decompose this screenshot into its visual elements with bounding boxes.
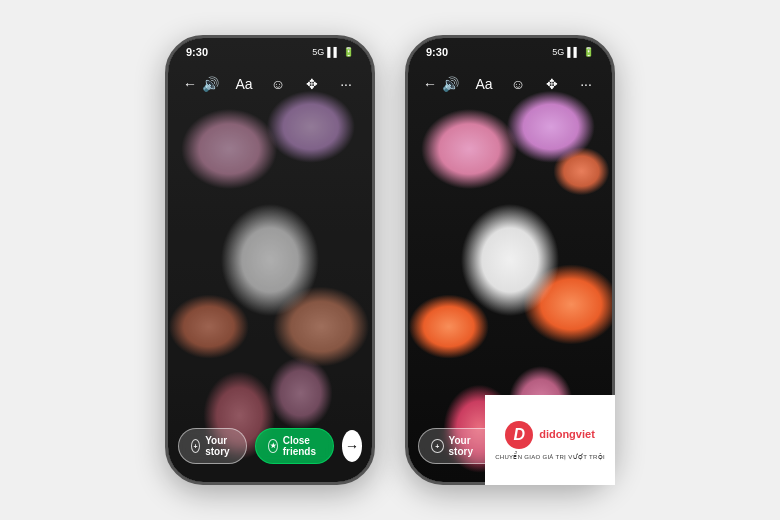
- status-time-right: 9:30: [426, 46, 448, 58]
- toolbar-right: ← 🔊 Aa ☺ ✥ ···: [408, 66, 612, 102]
- text-icon-left[interactable]: Aa: [232, 72, 256, 96]
- emoji-icon-left[interactable]: ☺: [266, 72, 290, 96]
- close-friends-label-left: Close friends: [283, 435, 321, 457]
- 5g-icon-left: 5G: [312, 47, 324, 57]
- back-button-left[interactable]: ←: [182, 72, 198, 96]
- close-friends-icon-left: ★: [268, 439, 277, 453]
- toolbar-right-right: 🔊 Aa ☺ ✥ ···: [438, 72, 598, 96]
- move-icon-left[interactable]: ✥: [300, 72, 324, 96]
- text-icon-right[interactable]: Aa: [472, 72, 496, 96]
- watermark-d-icon: D: [505, 421, 533, 449]
- status-icons-left: 5G ▌▌ 🔋: [312, 47, 354, 57]
- battery-icon-left: 🔋: [343, 47, 354, 57]
- sound-icon-right[interactable]: 🔊: [438, 72, 462, 96]
- 5g-icon-right: 5G: [552, 47, 564, 57]
- status-bar-left: 9:30 5G ▌▌ 🔋: [168, 46, 372, 58]
- status-time-left: 9:30: [186, 46, 208, 58]
- bottom-bar-left: + Your story ★ Close friends →: [168, 428, 372, 464]
- phone-left: 9:30 5G ▌▌ 🔋 ← 🔊 Aa ☺ ✥ ···: [165, 35, 375, 485]
- your-story-icon-right: +: [431, 439, 444, 453]
- status-icons-right: 5G ▌▌ 🔋: [552, 47, 594, 57]
- next-button-left[interactable]: →: [342, 430, 362, 462]
- watermark: D didongviet CHUYỂN GIAO GIÁ TRỊ VƯỢT TR…: [485, 395, 615, 485]
- watermark-brand: didongviet: [539, 428, 595, 440]
- sound-icon-left[interactable]: 🔊: [198, 72, 222, 96]
- back-button-right[interactable]: ←: [422, 72, 438, 96]
- close-friends-button-left[interactable]: ★ Close friends: [255, 428, 333, 464]
- move-icon-right[interactable]: ✥: [540, 72, 564, 96]
- watermark-tagline: CHUYỂN GIAO GIÁ TRỊ VƯỢT TRỘI: [495, 453, 605, 460]
- more-icon-right[interactable]: ···: [574, 72, 598, 96]
- flower-background-left: [168, 38, 372, 482]
- more-icon-left[interactable]: ···: [334, 72, 358, 96]
- your-story-icon-left: +: [191, 439, 200, 453]
- status-bar-right: 9:30 5G ▌▌ 🔋: [408, 46, 612, 58]
- signal-icon-right: ▌▌: [567, 47, 580, 57]
- emoji-icon-right[interactable]: ☺: [506, 72, 530, 96]
- battery-icon-right: 🔋: [583, 47, 594, 57]
- watermark-logo: D didongviet: [505, 421, 595, 449]
- your-story-label-left: Your story: [205, 435, 234, 457]
- toolbar-left: ← 🔊 Aa ☺ ✥ ···: [168, 66, 372, 102]
- toolbar-right-left: 🔊 Aa ☺ ✥ ···: [198, 72, 358, 96]
- your-story-button-left[interactable]: + Your story: [178, 428, 247, 464]
- signal-icon-left: ▌▌: [327, 47, 340, 57]
